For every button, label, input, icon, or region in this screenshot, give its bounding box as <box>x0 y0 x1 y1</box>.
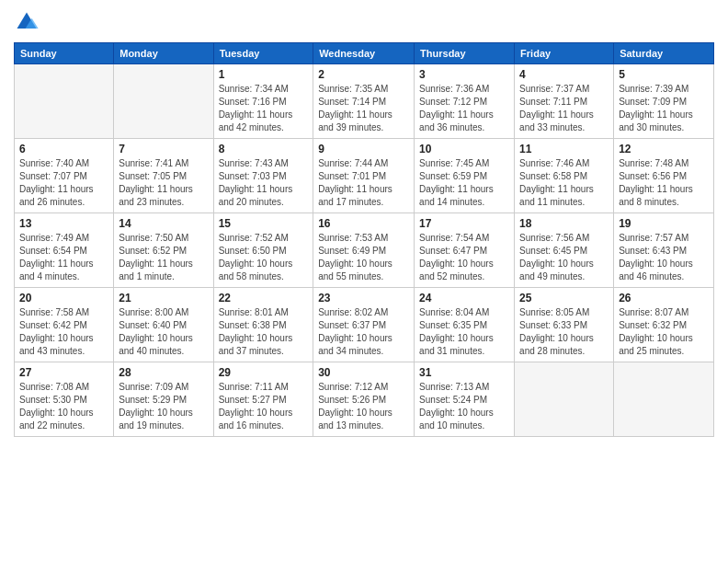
cell-info: Sunrise: 7:57 AM Sunset: 6:43 PM Dayligh… <box>619 232 709 283</box>
cell-info: Sunrise: 7:44 AM Sunset: 7:01 PM Dayligh… <box>318 157 409 209</box>
cell-day-number: 18 <box>519 217 609 230</box>
calendar-cell: 15Sunrise: 7:52 AM Sunset: 6:50 PM Dayli… <box>213 213 313 288</box>
day-header-tuesday: Tuesday <box>213 43 313 64</box>
cell-day-number: 24 <box>419 292 509 304</box>
calendar-cell: 21Sunrise: 8:00 AM Sunset: 6:40 PM Dayli… <box>114 288 213 362</box>
cell-day-number: 28 <box>119 366 208 379</box>
calendar-cell: 9Sunrise: 7:44 AM Sunset: 7:01 PM Daylig… <box>313 139 415 213</box>
cell-day-number: 29 <box>219 366 309 379</box>
cell-day-number: 9 <box>318 143 409 155</box>
cell-day-number: 3 <box>419 68 509 81</box>
day-header-friday: Friday <box>515 43 614 64</box>
calendar-cell: 8Sunrise: 7:43 AM Sunset: 7:03 PM Daylig… <box>213 139 313 213</box>
calendar-cell: 26Sunrise: 8:07 AM Sunset: 6:32 PM Dayli… <box>614 288 714 362</box>
calendar-header-row: SundayMondayTuesdayWednesdayThursdayFrid… <box>15 43 714 64</box>
cell-day-number: 4 <box>519 68 609 81</box>
cell-info: Sunrise: 7:11 AM Sunset: 5:27 PM Dayligh… <box>219 381 309 432</box>
cell-day-number: 31 <box>419 366 509 379</box>
cell-info: Sunrise: 7:48 AM Sunset: 6:56 PM Dayligh… <box>619 157 709 209</box>
cell-day-number: 21 <box>119 292 208 304</box>
calendar-week-row: 13Sunrise: 7:49 AM Sunset: 6:54 PM Dayli… <box>15 213 714 288</box>
cell-info: Sunrise: 7:46 AM Sunset: 6:58 PM Dayligh… <box>519 157 609 209</box>
calendar-cell: 30Sunrise: 7:12 AM Sunset: 5:26 PM Dayli… <box>313 362 415 437</box>
cell-info: Sunrise: 7:13 AM Sunset: 5:24 PM Dayligh… <box>419 381 509 432</box>
cell-day-number: 13 <box>19 217 108 230</box>
cell-info: Sunrise: 7:34 AM Sunset: 7:16 PM Dayligh… <box>219 83 309 134</box>
calendar-cell: 16Sunrise: 7:53 AM Sunset: 6:49 PM Dayli… <box>313 213 415 288</box>
page: SundayMondayTuesdayWednesdayThursdayFrid… <box>0 0 728 563</box>
day-header-sunday: Sunday <box>15 43 114 64</box>
cell-info: Sunrise: 7:39 AM Sunset: 7:09 PM Dayligh… <box>619 83 709 134</box>
logo-icon <box>14 9 40 35</box>
calendar-cell: 24Sunrise: 8:04 AM Sunset: 6:35 PM Dayli… <box>415 288 515 362</box>
cell-day-number: 22 <box>219 292 309 304</box>
calendar-cell: 3Sunrise: 7:36 AM Sunset: 7:12 PM Daylig… <box>415 64 515 139</box>
calendar-week-row: 1Sunrise: 7:34 AM Sunset: 7:16 PM Daylig… <box>15 64 714 139</box>
cell-info: Sunrise: 7:45 AM Sunset: 6:59 PM Dayligh… <box>419 157 509 209</box>
cell-day-number: 2 <box>318 68 409 81</box>
day-header-thursday: Thursday <box>415 43 515 64</box>
cell-day-number: 5 <box>619 68 709 81</box>
cell-info: Sunrise: 7:54 AM Sunset: 6:47 PM Dayligh… <box>419 232 509 283</box>
calendar-cell: 23Sunrise: 8:02 AM Sunset: 6:37 PM Dayli… <box>313 288 415 362</box>
calendar-week-row: 6Sunrise: 7:40 AM Sunset: 7:07 PM Daylig… <box>15 139 714 213</box>
cell-day-number: 6 <box>19 143 108 155</box>
cell-day-number: 20 <box>19 292 108 304</box>
header <box>14 9 714 35</box>
calendar-cell: 27Sunrise: 7:08 AM Sunset: 5:30 PM Dayli… <box>15 362 114 437</box>
calendar-cell: 18Sunrise: 7:56 AM Sunset: 6:45 PM Dayli… <box>515 213 614 288</box>
cell-day-number: 12 <box>619 143 709 155</box>
cell-info: Sunrise: 7:35 AM Sunset: 7:14 PM Dayligh… <box>318 83 409 134</box>
calendar-cell: 31Sunrise: 7:13 AM Sunset: 5:24 PM Dayli… <box>415 362 515 437</box>
calendar-cell: 14Sunrise: 7:50 AM Sunset: 6:52 PM Dayli… <box>114 213 213 288</box>
logo <box>14 9 43 35</box>
calendar-cell: 25Sunrise: 8:05 AM Sunset: 6:33 PM Dayli… <box>515 288 614 362</box>
calendar-cell: 28Sunrise: 7:09 AM Sunset: 5:29 PM Dayli… <box>114 362 213 437</box>
cell-day-number: 27 <box>19 366 108 379</box>
cell-info: Sunrise: 8:00 AM Sunset: 6:40 PM Dayligh… <box>119 306 208 358</box>
calendar-cell: 22Sunrise: 8:01 AM Sunset: 6:38 PM Dayli… <box>213 288 313 362</box>
calendar-cell <box>15 64 114 139</box>
calendar-cell: 19Sunrise: 7:57 AM Sunset: 6:43 PM Dayli… <box>614 213 714 288</box>
cell-info: Sunrise: 7:40 AM Sunset: 7:07 PM Dayligh… <box>19 157 108 209</box>
calendar-cell: 13Sunrise: 7:49 AM Sunset: 6:54 PM Dayli… <box>15 213 114 288</box>
day-header-wednesday: Wednesday <box>313 43 415 64</box>
cell-info: Sunrise: 8:05 AM Sunset: 6:33 PM Dayligh… <box>519 306 609 358</box>
calendar-cell: 11Sunrise: 7:46 AM Sunset: 6:58 PM Dayli… <box>515 139 614 213</box>
calendar-cell <box>614 362 714 437</box>
calendar-cell: 4Sunrise: 7:37 AM Sunset: 7:11 PM Daylig… <box>515 64 614 139</box>
cell-info: Sunrise: 8:01 AM Sunset: 6:38 PM Dayligh… <box>219 306 309 358</box>
calendar-cell: 1Sunrise: 7:34 AM Sunset: 7:16 PM Daylig… <box>213 64 313 139</box>
calendar-table: SundayMondayTuesdayWednesdayThursdayFrid… <box>14 42 714 437</box>
cell-info: Sunrise: 7:41 AM Sunset: 7:05 PM Dayligh… <box>119 157 208 209</box>
cell-day-number: 10 <box>419 143 509 155</box>
cell-day-number: 19 <box>619 217 709 230</box>
day-header-saturday: Saturday <box>614 43 714 64</box>
day-header-monday: Monday <box>114 43 213 64</box>
cell-day-number: 25 <box>519 292 609 304</box>
calendar-cell: 12Sunrise: 7:48 AM Sunset: 6:56 PM Dayli… <box>614 139 714 213</box>
cell-day-number: 30 <box>318 366 409 379</box>
cell-day-number: 15 <box>219 217 309 230</box>
cell-day-number: 14 <box>119 217 208 230</box>
cell-day-number: 16 <box>318 217 409 230</box>
calendar-week-row: 27Sunrise: 7:08 AM Sunset: 5:30 PM Dayli… <box>15 362 714 437</box>
cell-info: Sunrise: 7:49 AM Sunset: 6:54 PM Dayligh… <box>19 232 108 283</box>
cell-day-number: 8 <box>219 143 309 155</box>
calendar-cell: 5Sunrise: 7:39 AM Sunset: 7:09 PM Daylig… <box>614 64 714 139</box>
calendar-week-row: 20Sunrise: 7:58 AM Sunset: 6:42 PM Dayli… <box>15 288 714 362</box>
cell-info: Sunrise: 7:09 AM Sunset: 5:29 PM Dayligh… <box>119 381 208 432</box>
calendar-cell: 29Sunrise: 7:11 AM Sunset: 5:27 PM Dayli… <box>213 362 313 437</box>
cell-info: Sunrise: 8:07 AM Sunset: 6:32 PM Dayligh… <box>619 306 709 358</box>
cell-info: Sunrise: 7:58 AM Sunset: 6:42 PM Dayligh… <box>19 306 108 358</box>
calendar-cell: 6Sunrise: 7:40 AM Sunset: 7:07 PM Daylig… <box>15 139 114 213</box>
cell-day-number: 23 <box>318 292 409 304</box>
cell-info: Sunrise: 8:04 AM Sunset: 6:35 PM Dayligh… <box>419 306 509 358</box>
cell-info: Sunrise: 7:08 AM Sunset: 5:30 PM Dayligh… <box>19 381 108 432</box>
cell-info: Sunrise: 7:12 AM Sunset: 5:26 PM Dayligh… <box>318 381 409 432</box>
cell-info: Sunrise: 7:50 AM Sunset: 6:52 PM Dayligh… <box>119 232 208 283</box>
cell-info: Sunrise: 7:52 AM Sunset: 6:50 PM Dayligh… <box>219 232 309 283</box>
cell-info: Sunrise: 7:53 AM Sunset: 6:49 PM Dayligh… <box>318 232 409 283</box>
cell-day-number: 7 <box>119 143 208 155</box>
cell-day-number: 11 <box>519 143 609 155</box>
